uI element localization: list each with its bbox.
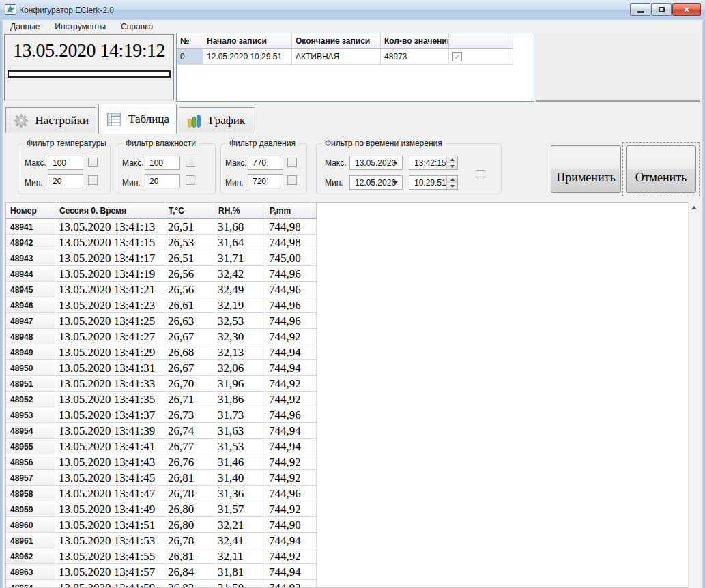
pressure-min-input[interactable] (248, 174, 283, 188)
sessions-header-select[interactable] (449, 33, 513, 49)
filter-time-title: Фильтр по времени измерения (322, 138, 445, 148)
session-end-cell[interactable]: АКТИВНАЯ (292, 49, 381, 65)
table-row[interactable]: 48947 13.05.2020 13:41:25 26,63 32,53 74… (6, 313, 688, 329)
top-right-panel (536, 33, 700, 102)
measurements-table: Номер Сессия 0. Время T,°C RH,% P,mm 489… (5, 202, 688, 588)
tab-table-label: Таблица (128, 113, 169, 126)
chevron-down-icon[interactable] (392, 162, 398, 165)
spin-up-icon[interactable] (447, 176, 457, 183)
menu-item-data[interactable]: Данные (3, 20, 47, 33)
table-row[interactable]: 48941 13.05.2020 13:41:13 26,51 31,68 74… (6, 219, 688, 235)
session-select-cell: ✓ (449, 49, 513, 65)
humidity-max-input[interactable] (145, 156, 180, 170)
table-row[interactable]: 48943 13.05.2020 13:41:17 26,51 31,71 74… (6, 250, 688, 266)
chevron-down-icon[interactable] (392, 181, 398, 185)
table-row[interactable]: 48951 13.05.2020 13:41:33 26,70 31,96 74… (6, 376, 688, 392)
table-row[interactable]: 48955 13.05.2020 13:41:41 26,77 31,53 74… (6, 439, 688, 454)
close-icon: ✕ (683, 5, 689, 14)
menu-item-help[interactable]: Справка (113, 20, 160, 33)
sessions-header-end[interactable]: Окончание записи (292, 33, 381, 49)
table-row[interactable]: 48964 13.05.2020 13:41:59 26,83 31,50 74… (6, 580, 688, 588)
apply-button[interactable]: Применить (551, 145, 621, 193)
session-num-cell[interactable]: 0 (177, 49, 203, 65)
tab-chart-label: График (209, 114, 245, 128)
humidity-max-checkbox[interactable] (186, 158, 195, 167)
table-header-row: Номер Сессия 0. Время T,°C RH,% P,mm (6, 203, 688, 219)
header-session-time[interactable]: Сессия 0. Время (55, 203, 164, 219)
pressure-max-checkbox[interactable] (287, 158, 297, 167)
clock-datetime: 13.05.2020 14:19:12 (5, 40, 173, 61)
minimize-button[interactable] (630, 3, 650, 16)
filter-humidity-title: Фильтр влажности (123, 138, 199, 148)
time-min-date-value: 12.05.2020 (355, 178, 396, 188)
table-row[interactable]: 48957 13.05.2020 13:41:45 26,81 31,40 74… (6, 470, 688, 486)
table-row[interactable]: 48945 13.05.2020 13:41:21 26,56 32,49 74… (6, 282, 688, 297)
pressure-max-input[interactable] (248, 156, 283, 170)
chart-icon (186, 113, 203, 129)
temp-min-input[interactable] (48, 174, 83, 188)
humidity-min-checkbox[interactable] (186, 175, 195, 185)
progress-bar (8, 70, 171, 78)
time-max-time-spinner[interactable]: 13:42:15 (409, 156, 458, 170)
window-title: Конфигуратор EClerk-2.0 (19, 5, 114, 15)
table-row[interactable]: 48961 13.05.2020 13:41:53 26,78 32,41 74… (6, 533, 688, 548)
spin-up-icon[interactable] (447, 156, 457, 163)
table-scrollbar[interactable] (688, 202, 700, 588)
tab-settings[interactable]: Настройки (5, 107, 96, 133)
spin-down-icon[interactable] (447, 163, 457, 169)
menu-bar: Данные Инструменты Справка (3, 20, 702, 33)
close-button[interactable]: ✕ (672, 3, 701, 16)
time-max-label: Макс. (325, 158, 347, 168)
session-checkbox[interactable]: ✓ (452, 52, 462, 61)
time-max-date-select[interactable]: 13.05.2020 (349, 156, 403, 170)
sessions-header-count[interactable]: Кол-во значений (381, 33, 449, 49)
app-icon (5, 4, 16, 15)
table-row[interactable]: 48944 13.05.2020 13:41:19 26,56 32,42 74… (6, 266, 688, 282)
table-row[interactable]: 48948 13.05.2020 13:41:27 26,67 32,30 74… (6, 329, 688, 344)
table-row[interactable]: 48946 13.05.2020 13:41:23 26,61 32,19 74… (6, 297, 688, 313)
temp-max-checkbox[interactable] (88, 158, 98, 167)
temp-min-checkbox[interactable] (88, 175, 98, 185)
header-number[interactable]: Номер (6, 203, 55, 219)
time-filter-checkbox[interactable] (476, 170, 485, 179)
table-row[interactable]: 48963 13.05.2020 13:41:57 26,84 31,81 74… (6, 564, 688, 580)
table-row[interactable]: 48949 13.05.2020 13:41:29 26,68 32,13 74… (6, 344, 688, 360)
table-row[interactable]: 48958 13.05.2020 13:41:47 26,78 31,36 74… (6, 486, 688, 501)
pressure-min-checkbox[interactable] (287, 175, 297, 185)
humidity-min-input[interactable] (145, 174, 180, 188)
table-row[interactable]: 48953 13.05.2020 13:41:37 26,73 31,73 74… (6, 407, 688, 423)
table-row[interactable]: 48950 13.05.2020 13:41:31 26,67 32,06 74… (6, 360, 688, 376)
sessions-header-start[interactable]: Начало записи (203, 33, 292, 49)
tab-chart[interactable]: График (179, 107, 255, 133)
table-row[interactable]: 48956 13.05.2020 13:41:43 26,76 31,46 74… (6, 454, 688, 470)
spin-down-icon[interactable] (447, 183, 457, 189)
session-count-cell[interactable]: 48973 (381, 49, 449, 65)
app-window: Конфигуратор EClerk-2.0 ✕ Данные Инструм… (0, 0, 705, 588)
menu-item-tools[interactable]: Инструменты (47, 20, 113, 33)
sessions-header-row: № Начало записи Окончание записи Кол-во … (177, 33, 534, 49)
tab-table[interactable]: Таблица (98, 104, 177, 134)
session-row[interactable]: 0 12.05.2020 10:29:51 АКТИВНАЯ 48973 ✓ (177, 49, 534, 65)
scroll-up-button[interactable] (689, 202, 700, 214)
table-row[interactable]: 48960 13.05.2020 13:41:51 26,80 32,21 74… (6, 517, 688, 533)
temp-max-input[interactable] (48, 156, 83, 170)
clock-panel: 13.05.2020 14:19:12 (4, 34, 174, 100)
time-min-label: Мин. (325, 178, 343, 188)
maximize-button[interactable] (651, 3, 672, 16)
time-min-date-select[interactable]: 12.05.2020 (349, 175, 403, 190)
header-temperature[interactable]: T,°C (164, 203, 214, 219)
table-row[interactable]: 48954 13.05.2020 13:41:39 26,74 31,63 74… (6, 423, 688, 439)
cancel-button[interactable]: Отменить (626, 145, 696, 193)
sessions-header-num[interactable]: № (177, 33, 203, 49)
table-row[interactable]: 48942 13.05.2020 13:41:15 26,53 31,64 74… (6, 235, 688, 250)
time-min-time-spinner[interactable]: 10:29:51 (409, 175, 458, 190)
header-pressure[interactable]: P,mm (265, 203, 317, 219)
table-row[interactable]: 48952 13.05.2020 13:41:35 26,71 31,86 74… (6, 392, 688, 407)
table-row[interactable]: 48959 13.05.2020 13:41:49 26,80 31,57 74… (6, 501, 688, 517)
table-row[interactable]: 48962 13.05.2020 13:41:55 26,81 32,11 74… (6, 548, 688, 564)
header-humidity[interactable]: RH,% (214, 203, 265, 219)
session-start-cell[interactable]: 12.05.2020 10:29:51 (203, 49, 292, 65)
pressure-max-label: Макс. (225, 158, 247, 168)
window-border-right (702, 20, 705, 588)
title-bar[interactable]: Конфигуратор EClerk-2.0 ✕ (0, 0, 705, 20)
